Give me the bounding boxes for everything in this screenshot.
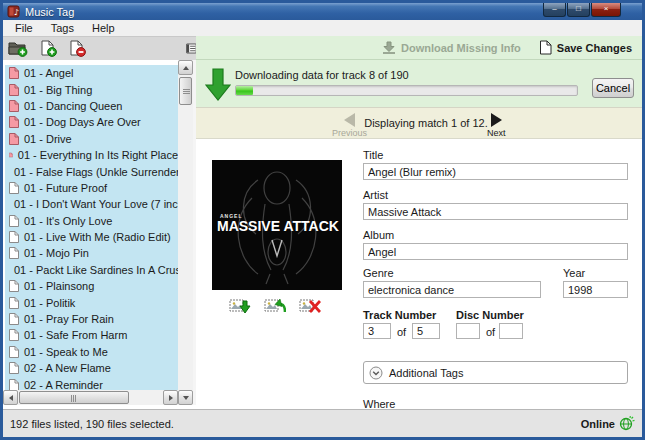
restore-art-icon bbox=[264, 297, 286, 314]
file-item-label: 01 - Politik bbox=[24, 297, 75, 309]
file-item-label: 01 - False Flags (Unkle Surrender Sound bbox=[14, 166, 178, 178]
scroll-right-button[interactable] bbox=[163, 390, 178, 405]
file-item-label: 01 - I Don't Want Your Love (7 inch mix bbox=[14, 198, 178, 210]
list-item[interactable]: 01 - Politik bbox=[5, 294, 178, 310]
file-item-label: 01 - It's Only Love bbox=[24, 215, 112, 227]
remove-art-icon bbox=[299, 297, 321, 314]
remove-files-button[interactable] bbox=[68, 39, 87, 58]
track-number-input[interactable] bbox=[363, 323, 391, 339]
file-icon bbox=[9, 100, 19, 112]
vertical-scroll-thumb[interactable] bbox=[179, 77, 192, 105]
artist-input[interactable] bbox=[363, 203, 628, 220]
file-icon bbox=[9, 116, 19, 128]
save-changes-button[interactable]: Save Changes bbox=[539, 40, 632, 55]
online-label: Online bbox=[581, 418, 615, 430]
list-item[interactable]: 01 - Angel bbox=[5, 65, 178, 81]
add-files-button[interactable] bbox=[39, 39, 58, 58]
file-item-label: 02 - A Reminder bbox=[24, 379, 103, 390]
minimize-button[interactable]: – bbox=[543, 3, 566, 17]
close-button[interactable]: × bbox=[591, 3, 621, 17]
arrow-right-icon bbox=[169, 395, 173, 401]
add-folder-button[interactable] bbox=[7, 39, 29, 58]
remove-art-button[interactable] bbox=[299, 297, 321, 317]
menu-tags[interactable]: Tags bbox=[42, 21, 83, 35]
toolbar: Select All bbox=[3, 36, 196, 60]
album-input[interactable] bbox=[363, 243, 628, 260]
artist-label: Artist bbox=[363, 189, 388, 201]
list-item[interactable]: 01 - Live With Me (Radio Edit) bbox=[5, 229, 178, 245]
match-navigation-bar: Previous Displaying match 1 of 12. Next bbox=[196, 107, 642, 139]
list-item[interactable]: 01 - Speak to Me bbox=[5, 344, 178, 360]
vertical-scrollbar[interactable] bbox=[178, 60, 193, 405]
download-art-button[interactable] bbox=[229, 297, 251, 317]
file-item-label: 01 - Angel bbox=[24, 67, 74, 79]
cancel-button[interactable]: Cancel bbox=[592, 78, 634, 98]
online-globe-icon bbox=[619, 416, 635, 431]
download-missing-info-button[interactable]: Download Missing Info bbox=[382, 41, 521, 54]
maximize-button[interactable]: □ bbox=[567, 3, 590, 17]
disc-number-input[interactable] bbox=[456, 323, 480, 339]
menu-help[interactable]: Help bbox=[83, 21, 124, 35]
progress-fill bbox=[236, 86, 253, 95]
file-icon bbox=[9, 215, 19, 227]
list-item[interactable]: 02 - A Reminder bbox=[5, 376, 178, 390]
album-art-artist-text: MASSIVE ATTACK bbox=[217, 218, 339, 234]
file-item-label: 01 - Dog Days Are Over bbox=[24, 116, 141, 128]
next-label: Next bbox=[487, 128, 506, 138]
file-item-label: 01 - Plainsong bbox=[24, 280, 94, 292]
track-total-input[interactable] bbox=[412, 323, 440, 339]
album-art-buttons bbox=[229, 297, 329, 317]
list-item[interactable]: 01 - It's Only Love bbox=[5, 213, 178, 229]
progress-panel: Downloading data for track 8 of 190 Canc… bbox=[196, 60, 642, 107]
horizontal-scrollbar[interactable] bbox=[3, 390, 178, 405]
thumb-grip bbox=[183, 89, 190, 90]
file-item-label: 01 - Packt Like Sardines In A Crushd Tin bbox=[14, 264, 178, 276]
list-item[interactable]: 01 - Big Thing bbox=[5, 81, 178, 97]
list-item[interactable]: 01 - Future Proof bbox=[5, 180, 178, 196]
save-changes-label: Save Changes bbox=[557, 42, 632, 54]
online-status: Online bbox=[581, 416, 635, 431]
horizontal-scroll-thumb[interactable] bbox=[19, 391, 129, 404]
title-input[interactable] bbox=[363, 163, 628, 180]
file-item-label: 01 - Live With Me (Radio Edit) bbox=[24, 231, 171, 243]
titlebar[interactable]: ♪ Music Tag – □ × bbox=[3, 3, 642, 20]
year-input[interactable] bbox=[563, 281, 628, 298]
file-icon bbox=[9, 280, 19, 292]
list-item[interactable]: 01 - Dog Days Are Over bbox=[5, 114, 178, 130]
list-item[interactable]: 01 - Packt Like Sardines In A Crushd Tin bbox=[5, 262, 178, 278]
file-item-label: 01 - Dancing Queen bbox=[24, 100, 122, 112]
restore-art-button[interactable] bbox=[264, 297, 286, 317]
file-icon bbox=[9, 231, 19, 243]
disc-total-input[interactable] bbox=[499, 323, 523, 339]
progress-status-text: Downloading data for track 8 of 190 bbox=[235, 69, 409, 81]
list-item[interactable]: 01 - False Flags (Unkle Surrender Sound bbox=[5, 163, 178, 179]
track-number-label: Track Number bbox=[363, 309, 436, 321]
album-art: ANGEL MASSIVE ATTACK bbox=[212, 160, 342, 290]
list-item[interactable]: 01 - Safe From Harm bbox=[5, 327, 178, 343]
svg-text:♪: ♪ bbox=[14, 8, 19, 17]
list-item[interactable]: 02 - A New Flame bbox=[5, 360, 178, 376]
genre-input[interactable] bbox=[363, 281, 541, 298]
scroll-up-button[interactable] bbox=[178, 60, 193, 75]
file-icon bbox=[9, 362, 19, 374]
list-item[interactable]: 01 - Pray For Rain bbox=[5, 311, 178, 327]
window-title: Music Tag bbox=[25, 6, 74, 18]
next-match-button[interactable]: Next bbox=[487, 113, 506, 138]
list-item[interactable]: 01 - Dancing Queen bbox=[5, 98, 178, 114]
scroll-down-button[interactable] bbox=[178, 390, 193, 405]
list-item[interactable]: 01 - Plainsong bbox=[5, 278, 178, 294]
file-item-label: 02 - A New Flame bbox=[24, 362, 111, 374]
list-item[interactable]: 01 - Drive bbox=[5, 131, 178, 147]
previous-label: Previous bbox=[332, 128, 367, 138]
download-icon bbox=[382, 41, 396, 54]
scroll-left-button[interactable] bbox=[3, 390, 18, 405]
file-list-panel: 01 - Angel 01 - Big Thing 01 - Dancing Q… bbox=[3, 60, 196, 405]
downloading-arrow-icon bbox=[205, 67, 231, 103]
list-item[interactable]: 01 - Everything In Its Right Place bbox=[5, 147, 178, 163]
menu-file[interactable]: File bbox=[6, 21, 42, 35]
thumb-grip bbox=[71, 395, 72, 402]
list-item[interactable]: 01 - I Don't Want Your Love (7 inch mix bbox=[5, 196, 178, 212]
additional-tags-expander[interactable]: Additional Tags bbox=[363, 361, 628, 384]
list-item[interactable]: 01 - Mojo Pin bbox=[5, 245, 178, 261]
file-item-label: 01 - Drive bbox=[24, 133, 72, 145]
